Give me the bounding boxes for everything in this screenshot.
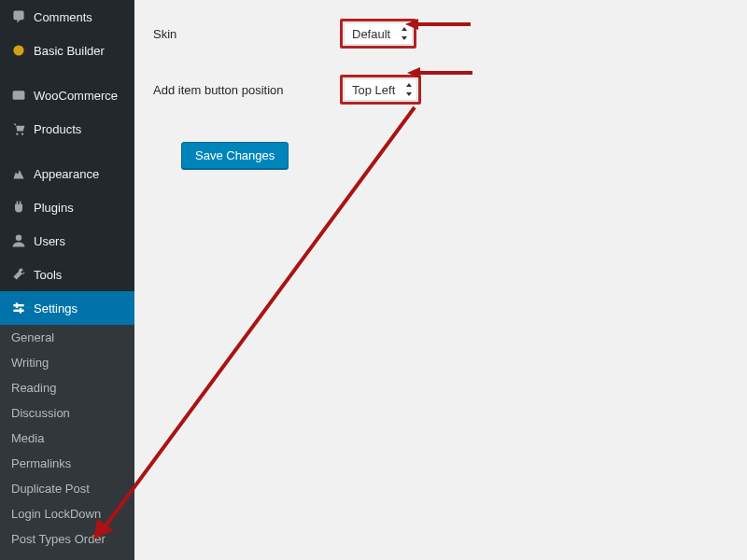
- select-wrap-skin: Default: [344, 22, 413, 45]
- sidebar-item-label: Plugins: [34, 201, 74, 215]
- svg-rect-7: [16, 302, 18, 308]
- form-label-button-position: Add item button position: [153, 83, 340, 97]
- sidebar-item-label: Basic Builder: [34, 44, 105, 58]
- save-changes-button[interactable]: Save Changes: [181, 142, 289, 169]
- form-row-skin: Skin Default: [153, 19, 728, 49]
- svg-rect-5: [13, 304, 23, 306]
- svg-line-13: [105, 107, 415, 527]
- appearance-icon: [9, 164, 28, 183]
- sidebar-item-label: Tools: [34, 268, 62, 282]
- tools-icon: [9, 265, 28, 284]
- sub-item-login-lockdown[interactable]: Login LockDown: [0, 501, 134, 526]
- sidebar-item-label: Comments: [34, 10, 92, 24]
- sidebar-item-users[interactable]: Users: [0, 224, 134, 258]
- svg-point-2: [16, 133, 18, 134]
- sidebar-item-label: Appearance: [34, 167, 99, 181]
- sub-item-post-types-order[interactable]: Post Types Order: [0, 526, 134, 552]
- sidebar-item-woocommerce[interactable]: WooCommerce: [0, 78, 134, 112]
- builder-icon: [9, 41, 28, 60]
- svg-point-0: [13, 45, 23, 55]
- highlight-skin: Default: [340, 19, 416, 49]
- woocommerce-icon: [9, 86, 28, 105]
- sidebar-item-label: Users: [34, 234, 65, 248]
- svg-rect-1: [13, 91, 25, 100]
- admin-sidebar: Comments Basic Builder WooCommerce Produ…: [0, 0, 134, 560]
- svg-rect-6: [13, 310, 23, 312]
- sub-item-general[interactable]: General: [0, 325, 134, 350]
- sidebar-item-comments[interactable]: Comments: [0, 0, 134, 34]
- svg-rect-8: [20, 308, 21, 314]
- sidebar-item-products[interactable]: Products: [0, 112, 134, 146]
- sidebar-item-appearance[interactable]: Appearance: [0, 157, 134, 190]
- sidebar-item-settings[interactable]: Settings: [0, 291, 134, 325]
- settings-submenu: General Writing Reading Discussion Media…: [0, 325, 134, 560]
- users-icon: [9, 231, 28, 250]
- skin-select[interactable]: Default: [344, 22, 413, 45]
- sub-item-safecode[interactable]: SafeCode: [0, 552, 134, 560]
- sidebar-item-tools[interactable]: Tools: [0, 258, 134, 291]
- sidebar-item-label: WooCommerce: [34, 89, 118, 103]
- settings-icon: [9, 299, 28, 317]
- sub-item-permalinks[interactable]: Permalinks: [0, 451, 134, 476]
- select-wrap-button-position: Top Left: [344, 78, 417, 101]
- sidebar-item-label: Products: [34, 122, 81, 136]
- sub-item-duplicate-post[interactable]: Duplicate Post: [0, 476, 134, 501]
- main-content: Skin Default Add item button position To…: [134, 0, 747, 560]
- sub-item-reading[interactable]: Reading: [0, 375, 134, 400]
- sidebar-item-basic-builder[interactable]: Basic Builder: [0, 34, 134, 67]
- sidebar-item-label: Settings: [34, 301, 78, 315]
- plugins-icon: [9, 198, 28, 217]
- products-icon: [9, 119, 28, 138]
- highlight-button-position: Top Left: [340, 75, 421, 105]
- sub-item-discussion[interactable]: Discussion: [0, 400, 134, 426]
- button-position-select[interactable]: Top Left: [344, 78, 417, 101]
- svg-point-3: [21, 133, 23, 134]
- sub-item-media[interactable]: Media: [0, 426, 134, 451]
- svg-point-4: [16, 235, 21, 241]
- sidebar-item-plugins[interactable]: Plugins: [0, 190, 134, 224]
- form-row-button-position: Add item button position Top Left: [153, 75, 728, 105]
- sub-item-writing[interactable]: Writing: [0, 350, 134, 375]
- comments-icon: [9, 7, 28, 26]
- form-label-skin: Skin: [153, 27, 340, 41]
